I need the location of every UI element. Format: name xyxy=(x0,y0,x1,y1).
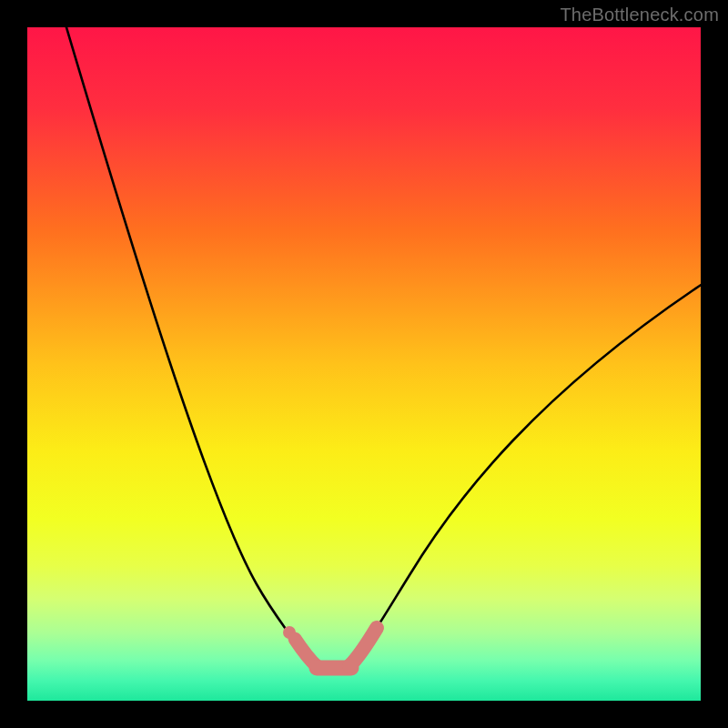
highlight-right xyxy=(349,628,377,666)
bottleneck-curve xyxy=(64,27,701,668)
bottleneck-curve-svg xyxy=(27,27,701,701)
watermark-text: TheBottleneck.com xyxy=(560,5,719,25)
chart-frame xyxy=(27,27,701,701)
